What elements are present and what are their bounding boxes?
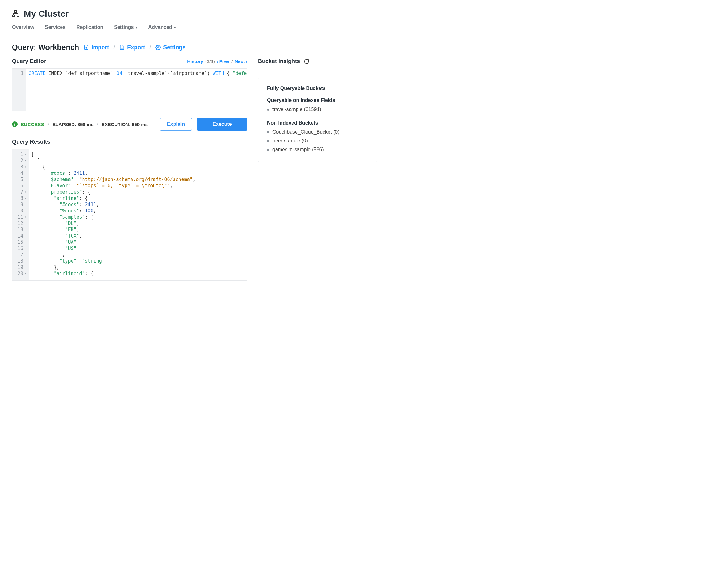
insights-group-title: Queryable on Indexes Fields <box>267 98 368 103</box>
export-icon <box>119 45 125 50</box>
bucket-label: gamesim-sample (586) <box>272 147 324 152</box>
refresh-icon[interactable] <box>304 59 309 64</box>
query-editor-box: 1 CREATE INDEX `def_airportname` ON `tra… <box>12 68 247 111</box>
line-number: 12 <box>12 220 27 227</box>
result-line: "airlineid": { <box>31 270 244 277</box>
query-editor-textarea[interactable]: CREATE INDEX `def_airportname` ON `trave… <box>26 69 247 111</box>
status-execution: EXECUTION: 859 ms <box>101 122 148 127</box>
chevron-left-icon: ‹ <box>217 59 218 64</box>
separator: • <box>97 121 99 127</box>
line-number: 11▾ <box>12 214 27 220</box>
result-line: "%docs": 100, <box>31 208 244 214</box>
fold-icon[interactable]: ▾ <box>24 158 27 164</box>
export-button[interactable]: Export <box>119 44 145 51</box>
query-token: "defer <box>233 71 247 76</box>
line-number: 1▾ <box>12 151 27 158</box>
editor-gutter: 1 <box>12 69 26 111</box>
query-token: `travel-sample`(`airportname`) <box>122 71 213 76</box>
result-line: [ <box>31 158 244 164</box>
editor-header: Query Editor History (3/3) ‹Prev / Next› <box>12 58 247 65</box>
result-line: "#docs": 2411, <box>31 170 244 176</box>
status-success: SUCCESS <box>21 122 44 127</box>
next-label: Next <box>234 59 245 64</box>
cluster-title: My Cluster <box>24 9 69 19</box>
bucket-label: beer-sample (0) <box>272 138 308 144</box>
execute-button[interactable]: Execute <box>197 118 247 131</box>
button-group: Explain Execute <box>160 118 247 131</box>
separator: / <box>231 59 233 64</box>
query-token: { <box>224 71 233 76</box>
settings-button[interactable]: Settings <box>155 44 185 51</box>
results-code[interactable]: [ [ { "#docs": 2411, "$schema": "http://… <box>29 149 247 280</box>
chevron-right-icon: › <box>246 59 247 64</box>
tab-advanced[interactable]: Advanced▾ <box>148 24 176 30</box>
insights-group-title: Fully Queryable Buckets <box>267 86 368 91</box>
line-number: 15 <box>12 239 27 245</box>
fold-icon[interactable]: ▾ <box>24 164 27 170</box>
tab-label: Settings <box>114 24 134 30</box>
bucket-item[interactable]: gamesim-sample (586) <box>267 145 368 154</box>
insights-header: Bucket Insights <box>258 58 377 65</box>
svg-rect-2 <box>17 15 19 17</box>
line-number: 5 <box>12 176 27 183</box>
result-line: "airline": { <box>31 195 244 201</box>
tab-settings[interactable]: Settings▾ <box>114 24 137 30</box>
line-number: 4 <box>12 170 27 176</box>
tab-label: Overview <box>12 24 34 30</box>
chevron-down-icon: ▾ <box>174 25 176 29</box>
fold-icon[interactable]: ▾ <box>24 151 27 158</box>
page-header: My Cluster ⋮ <box>12 9 377 19</box>
fold-icon[interactable]: ▾ <box>24 214 27 220</box>
separator: • <box>47 121 49 127</box>
line-number: 2▾ <box>12 158 27 164</box>
import-icon <box>83 45 89 50</box>
info-icon: i <box>12 121 18 127</box>
bucket-item[interactable]: Couchbase_Cloud_Bucket (0) <box>267 128 368 136</box>
result-line: "$schema": "http://json-schema.org/draft… <box>31 176 244 183</box>
prev-label: Prev <box>219 59 230 64</box>
chevron-down-icon: ▾ <box>136 25 137 29</box>
line-number: 10 <box>12 208 27 214</box>
tab-replication[interactable]: Replication <box>76 24 103 30</box>
insights-panel: Fully Queryable BucketsQueryable on Inde… <box>258 78 377 162</box>
kebab-menu-icon[interactable]: ⋮ <box>73 9 84 19</box>
import-label: Import <box>91 44 109 51</box>
page-title-row: Query: Workbench Import / Export / Setti… <box>12 43 377 52</box>
results-gutter: 1▾2▾3▾4567▾8▾91011▾121314151617181920▾ <box>12 149 29 280</box>
gear-icon <box>155 45 161 50</box>
history-link[interactable]: History <box>187 59 203 64</box>
right-column: Bucket Insights Fully Queryable BucketsQ… <box>258 58 377 281</box>
sitemap-icon <box>12 10 19 18</box>
result-line: "properties": { <box>31 189 244 195</box>
results-title: Query Results <box>12 139 247 145</box>
result-line: "UA", <box>31 239 244 245</box>
prev-button[interactable]: ‹Prev <box>217 59 230 64</box>
tab-services[interactable]: Services <box>45 24 66 30</box>
bucket-label: travel-sample (31591) <box>272 107 321 112</box>
bucket-item[interactable]: beer-sample (0) <box>267 136 368 145</box>
line-number: 13 <box>12 227 27 233</box>
fold-icon[interactable]: ▾ <box>24 189 27 195</box>
left-column: Query Editor History (3/3) ‹Prev / Next›… <box>12 58 247 281</box>
result-line: "Flavor": "`stops` = 0, `type` = \"route… <box>31 183 244 189</box>
line-number: 20▾ <box>12 270 27 277</box>
tab-label: Replication <box>76 24 103 30</box>
results-box: 1▾2▾3▾4567▾8▾91011▾121314151617181920▾ [… <box>12 149 247 281</box>
settings-label: Settings <box>163 44 185 51</box>
history-count: (3/3) <box>205 59 215 64</box>
bullet-dot-icon <box>267 140 269 142</box>
bucket-label: Couchbase_Cloud_Bucket (0) <box>272 129 339 135</box>
fold-icon[interactable]: ▾ <box>24 270 27 277</box>
query-token: CREATE <box>29 71 45 76</box>
svg-rect-1 <box>13 15 14 17</box>
fold-icon[interactable]: ▾ <box>24 195 27 201</box>
line-number: 3▾ <box>12 164 27 170</box>
explain-button[interactable]: Explain <box>160 118 192 131</box>
next-button[interactable]: Next› <box>234 59 247 64</box>
bucket-item[interactable]: travel-sample (31591) <box>267 105 368 114</box>
import-button[interactable]: Import <box>83 44 109 51</box>
result-line: [ <box>31 151 244 158</box>
status-row: i SUCCESS • ELAPSED: 859 ms • EXECUTION:… <box>12 118 247 131</box>
result-line: "DL", <box>31 220 244 227</box>
tab-overview[interactable]: Overview <box>12 24 34 30</box>
